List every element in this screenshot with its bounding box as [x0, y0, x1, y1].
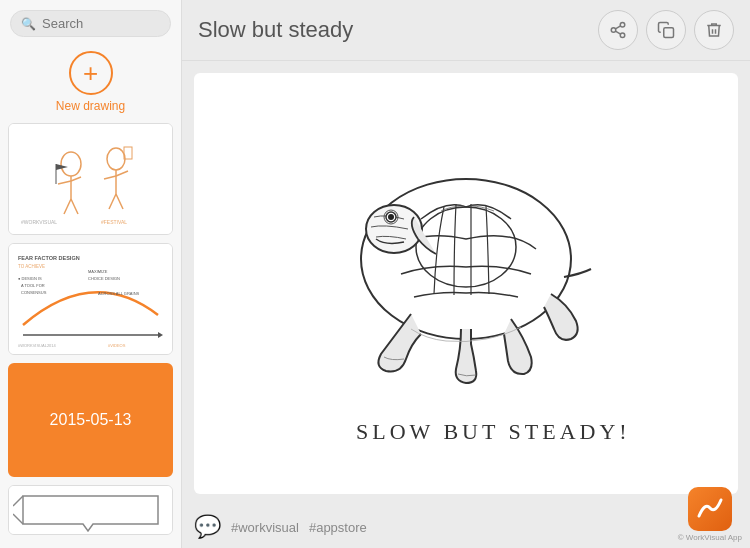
- footer-tags: 💬 #workvisual #appstore: [194, 514, 738, 540]
- hashtag-workvisual[interactable]: #workvisual: [231, 520, 299, 535]
- logo-svg: [695, 494, 725, 524]
- svg-line-11: [116, 194, 123, 209]
- hashtag-appstore[interactable]: #appstore: [309, 520, 367, 535]
- svg-point-32: [620, 23, 625, 28]
- sidebar: 🔍 + New drawing: [0, 0, 182, 548]
- svg-line-5: [71, 199, 78, 214]
- svg-point-6: [107, 148, 125, 170]
- list-item[interactable]: 2015-05-13: [8, 363, 173, 477]
- trash-icon: [705, 21, 723, 39]
- search-icon: 🔍: [21, 17, 36, 31]
- main-content: Slow but steady: [182, 0, 750, 548]
- app-logo-area: © WorkVisual App: [678, 487, 742, 542]
- search-input[interactable]: [42, 16, 160, 31]
- copy-icon: [657, 21, 675, 39]
- svg-line-8: [104, 176, 116, 179]
- svg-point-34: [620, 33, 625, 38]
- new-drawing-button[interactable]: + New drawing: [0, 45, 181, 123]
- sketch-bottom-svg: [13, 486, 168, 535]
- new-drawing-label: New drawing: [56, 99, 125, 113]
- canvas-area: SLOW BUT STEADY!: [194, 73, 738, 494]
- svg-point-42: [388, 214, 394, 220]
- thumbnail-date-label: 2015-05-13: [50, 411, 132, 429]
- sketch-figures-svg: #WORKVISUAL #FESTIVAL: [16, 129, 166, 229]
- search-bar[interactable]: 🔍: [10, 10, 171, 37]
- main-header: Slow but steady: [182, 0, 750, 61]
- delete-button[interactable]: [694, 10, 734, 50]
- svg-line-36: [615, 26, 620, 29]
- svg-point-33: [611, 28, 616, 33]
- svg-text:MAXIMIZE: MAXIMIZE: [88, 269, 108, 274]
- svg-text:#WORKVISUAL2014: #WORKVISUAL2014: [18, 343, 57, 348]
- app-logo-icon: [688, 487, 732, 531]
- svg-line-31: [13, 514, 23, 524]
- svg-text:TO ACHIEVE: TO ACHIEVE: [18, 264, 45, 269]
- thumbnail-preview: #WORKVISUAL #FESTIVAL: [9, 124, 172, 234]
- copy-button[interactable]: [646, 10, 686, 50]
- thumbnail-preview: FEAR FACTOR DESIGN TO ACHIEVE ● DESIGN I…: [9, 244, 172, 354]
- svg-point-38: [361, 179, 571, 339]
- svg-text:#WORKVISUAL: #WORKVISUAL: [21, 219, 57, 225]
- tortoise-illustration: SLOW BUT STEADY!: [296, 99, 636, 469]
- svg-line-3: [71, 177, 81, 181]
- page-title: Slow but steady: [198, 17, 353, 43]
- new-drawing-circle: +: [69, 51, 113, 95]
- share-icon: [609, 21, 627, 39]
- svg-marker-26: [158, 332, 163, 338]
- list-item[interactable]: [8, 485, 173, 535]
- list-item[interactable]: FEAR FACTOR DESIGN TO ACHIEVE ● DESIGN I…: [8, 243, 173, 355]
- thumbnail-preview: 2015-05-13: [10, 365, 171, 475]
- svg-text:A TOOL FOR: A TOOL FOR: [21, 283, 45, 288]
- svg-line-35: [615, 31, 620, 34]
- share-button[interactable]: [598, 10, 638, 50]
- svg-point-0: [61, 152, 81, 176]
- header-actions: [598, 10, 734, 50]
- svg-marker-29: [23, 496, 158, 531]
- copyright-label: © WorkVisual App: [678, 533, 742, 542]
- svg-text:CONSENSUS: CONSENSUS: [21, 290, 47, 295]
- svg-text:● DESIGN IS: ● DESIGN IS: [18, 276, 42, 281]
- svg-text:CHOICE DESIGN: CHOICE DESIGN: [88, 276, 120, 281]
- svg-line-2: [58, 181, 71, 184]
- svg-text:#FESTIVAL: #FESTIVAL: [101, 219, 127, 225]
- svg-text:#VIDEOS: #VIDEOS: [108, 343, 126, 348]
- svg-text:ACROSS ALL GRAINS: ACROSS ALL GRAINS: [98, 291, 140, 296]
- canvas-footer: 💬 #workvisual #appstore: [182, 506, 750, 548]
- svg-rect-37: [664, 28, 674, 38]
- comment-icon: 💬: [194, 514, 221, 540]
- svg-line-9: [116, 171, 128, 176]
- svg-line-4: [64, 199, 71, 214]
- list-item[interactable]: #WORKVISUAL #FESTIVAL: [8, 123, 173, 235]
- svg-text:FEAR FACTOR DESIGN: FEAR FACTOR DESIGN: [18, 255, 80, 261]
- thumbnail-preview: [9, 486, 172, 535]
- svg-line-10: [109, 194, 116, 209]
- sketch-text-svg: FEAR FACTOR DESIGN TO ACHIEVE ● DESIGN I…: [13, 245, 168, 353]
- svg-text:SLOW  BUT  STEADY!: SLOW BUT STEADY!: [356, 419, 631, 444]
- svg-line-30: [13, 496, 23, 506]
